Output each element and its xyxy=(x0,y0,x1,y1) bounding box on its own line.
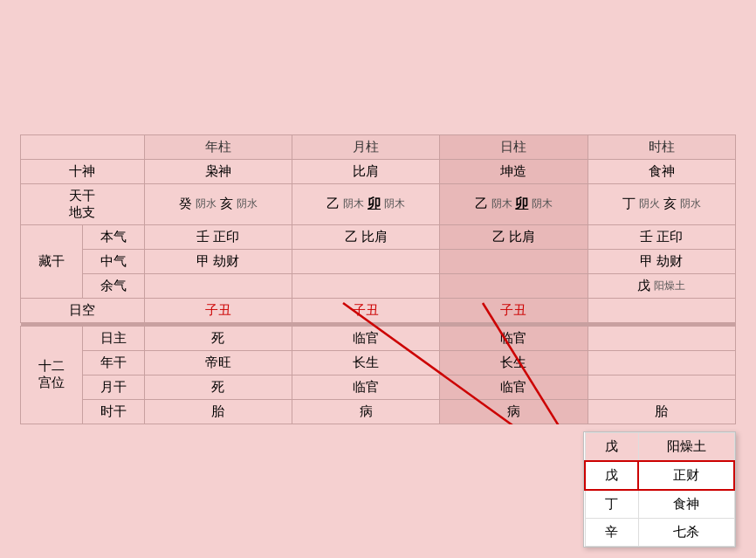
shishen-ri: 坤造 xyxy=(440,159,588,183)
tiangan-dizhi-shi: 丁 阴火 亥 阴水 xyxy=(588,183,735,224)
yuegan-nian: 死 xyxy=(144,375,292,399)
yuqi-ri xyxy=(440,273,588,298)
benqi-nian: 壬 正印 xyxy=(144,224,292,249)
tiangan-nian-char: 癸 xyxy=(179,196,192,212)
rikong-ri: 子丑 xyxy=(440,298,588,322)
popup-row-0: 戊 阳燥土 xyxy=(585,432,734,461)
tiangan-dizhi-ri: 乙 阴木 卯 阴木 xyxy=(440,183,588,224)
header-nianzhu: 年柱 xyxy=(144,134,292,159)
header-yuezhu: 月柱 xyxy=(292,134,440,159)
tiangan-yue-char: 乙 xyxy=(326,196,340,212)
shishen-yue: 比肩 xyxy=(292,159,440,183)
bazi-table: 年柱 月柱 日柱 时柱 十神 枭神 比肩 坤造 食神 天干 地支 癸 阴水 xyxy=(20,134,736,424)
popup-cell-0-0: 戊 xyxy=(585,432,638,461)
benqi-label: 本气 xyxy=(82,224,144,249)
rizhu-nian: 死 xyxy=(144,326,292,350)
shigan-yue: 病 xyxy=(292,399,440,424)
header-rizhu: 日柱 xyxy=(440,134,588,159)
dizhi-yue-char: 卯 xyxy=(368,196,381,212)
popup-cell-1-1: 正财 xyxy=(638,461,734,490)
yuegan-shi xyxy=(588,375,735,399)
popup-cell-0-1: 阳燥土 xyxy=(638,432,734,461)
zhongqi-yue xyxy=(292,249,440,273)
niangan-nian: 帝旺 xyxy=(144,350,292,375)
dizhi-yue-attr: 阴木 xyxy=(384,196,405,211)
shishen-nian: 枭神 xyxy=(144,159,292,183)
rikong-shi xyxy=(588,298,735,322)
shier-label: 十二 宫位 xyxy=(21,326,83,424)
yuegan-ri: 临官 xyxy=(440,375,588,399)
tiangan-ri-char: 乙 xyxy=(475,196,488,212)
tiangan-shi-attr: 阴火 xyxy=(639,196,660,211)
dizhi-shi-char: 亥 xyxy=(663,196,677,212)
tiangan-dizhi-label: 天干 地支 xyxy=(21,183,145,224)
yuqi-yue xyxy=(292,273,440,298)
niangan-label: 年干 xyxy=(82,350,144,375)
shishen-label: 十神 xyxy=(21,159,145,183)
benqi-shi: 壬 正印 xyxy=(588,224,735,249)
popup-cell-2-0: 丁 xyxy=(585,490,638,519)
popup-row-1: 戊 正财 xyxy=(585,461,734,490)
popup-cell-3-0: 辛 xyxy=(585,518,638,546)
yuqi-label: 余气 xyxy=(82,273,144,298)
niangan-ri: 长生 xyxy=(440,350,588,375)
popup-cell-1-0: 戊 xyxy=(585,461,638,490)
shigan-label: 时干 xyxy=(82,399,144,424)
tiangan-yue-attr: 阴木 xyxy=(343,196,364,211)
rizhu-ri: 临官 xyxy=(440,326,588,350)
rizhu-shi xyxy=(588,326,735,350)
zhongqi-ri xyxy=(440,249,588,273)
zanggan-label: 藏干 xyxy=(21,224,83,298)
yuegan-label: 月干 xyxy=(82,375,144,399)
niangan-shi xyxy=(588,350,735,375)
yuqi-shi-attr: 阳燥土 xyxy=(654,279,685,293)
shigan-ri: 病 xyxy=(440,399,588,424)
benqi-yue: 乙 比肩 xyxy=(292,224,440,249)
popup-cell-3-1: 七杀 xyxy=(638,518,734,546)
shishen-shi: 食神 xyxy=(588,159,735,183)
popup-cell-2-1: 食神 xyxy=(638,490,734,519)
corner-cell xyxy=(21,134,145,159)
header-shizhu: 时柱 xyxy=(588,134,735,159)
tiangan-ri-attr: 阴木 xyxy=(491,196,512,211)
dizhi-shi-attr: 阴水 xyxy=(680,196,701,211)
yuegan-yue: 临官 xyxy=(292,375,440,399)
dizhi-ri-attr: 阴木 xyxy=(532,196,553,211)
popup-row-3: 辛 七杀 xyxy=(585,518,734,546)
shigan-shi: 胎 xyxy=(588,399,735,424)
popup-table: 戊 阳燥土 戊 正财 丁 食神 辛 七杀 xyxy=(584,432,735,547)
rikong-yue: 子丑 xyxy=(292,298,440,322)
benqi-ri: 乙 比肩 xyxy=(440,224,588,249)
dizhi-ri-char: 卯 xyxy=(515,196,528,212)
dizhi-nian-attr: 阴水 xyxy=(237,196,258,211)
tiangan-nian-attr: 阴水 xyxy=(196,196,216,211)
shigan-nian: 胎 xyxy=(144,399,292,424)
tiangan-dizhi-nian: 癸 阴水 亥 阴水 xyxy=(144,183,292,224)
yuqi-nian xyxy=(144,273,292,298)
yuqi-shi-char: 戊 xyxy=(637,278,650,294)
rizhu-label: 日主 xyxy=(82,326,144,350)
zhongqi-shi: 甲 劫财 xyxy=(588,249,735,273)
zhongqi-nian: 甲 劫财 xyxy=(144,249,292,273)
rikong-nian: 子丑 xyxy=(144,298,292,322)
rizhu-yue: 临官 xyxy=(292,326,440,350)
popup-box: 戊 阳燥土 戊 正财 丁 食神 辛 七杀 xyxy=(583,431,736,548)
popup-row-2: 丁 食神 xyxy=(585,490,734,519)
niangan-yue: 长生 xyxy=(292,350,440,375)
dizhi-nian-char: 亥 xyxy=(220,196,233,212)
rikong-label: 日空 xyxy=(21,298,145,322)
zhongqi-label: 中气 xyxy=(82,249,144,273)
tiangan-dizhi-yue: 乙 阴木 卯 阴木 xyxy=(292,183,440,224)
tiangan-shi-char: 丁 xyxy=(622,196,636,212)
yuqi-shi: 戊 阳燥土 xyxy=(588,273,735,298)
